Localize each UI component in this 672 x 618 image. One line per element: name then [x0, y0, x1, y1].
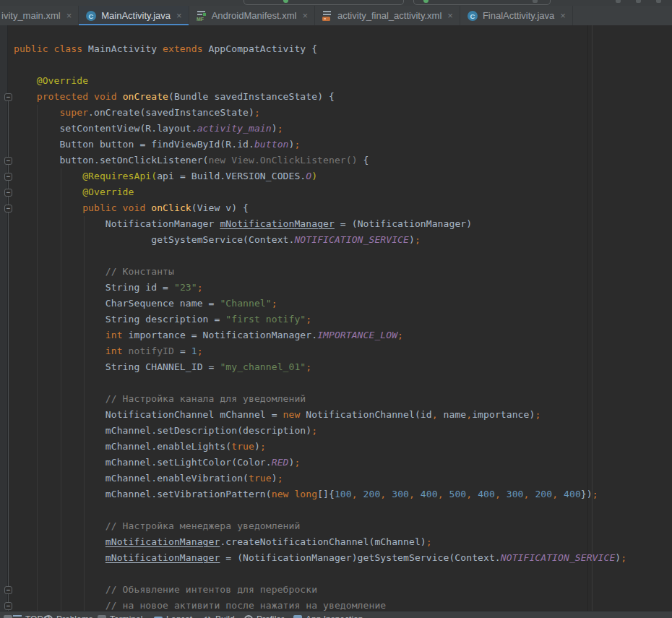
- code-line[interactable]: [14, 566, 626, 582]
- code-text[interactable]: public class MainActivity extends AppCom…: [14, 41, 626, 611]
- app-inspection-icon: [293, 615, 302, 618]
- tab-finalacttivity-java[interactable]: C FinalActtivity.java ×: [460, 6, 573, 25]
- build-hammer-icon: ⚒: [203, 615, 212, 618]
- fold-toggle-icon[interactable]: −: [4, 205, 12, 213]
- code-line[interactable]: mChannel.setVibrationPattern(new long[]{…: [14, 486, 626, 502]
- code-line[interactable]: super.onCreate(savedInstanceState);: [14, 105, 626, 121]
- tab-label: MainActivity.java: [101, 10, 171, 21]
- tab-label: AndroidManifest.xml: [212, 10, 297, 21]
- code-line[interactable]: // Константы: [14, 264, 626, 280]
- tool-window-bar: TODO Problems Terminal Logcat ⚒ Build Pr…: [0, 611, 672, 618]
- code-line[interactable]: [14, 375, 626, 391]
- close-icon[interactable]: ×: [176, 11, 182, 20]
- code-line[interactable]: // Настройка канала для уведомлений: [14, 391, 626, 407]
- java-class-icon: C: [467, 10, 478, 22]
- code-line[interactable]: [14, 502, 626, 518]
- layout-xml-file-icon: [322, 10, 333, 22]
- main-toolbar-strip: [0, 0, 672, 6]
- terminal-icon: [98, 615, 106, 618]
- code-line[interactable]: button.setOnClickListener(new View.OnCli…: [14, 153, 626, 168]
- tab-label: activity_final_acttivity.xml: [337, 10, 441, 21]
- tool-window-button-terminal[interactable]: Terminal: [98, 614, 142, 618]
- tab-activity-main-xml[interactable]: ivity_main.xml ×: [0, 6, 79, 25]
- fold-toggle-icon[interactable]: −: [4, 602, 12, 610]
- tool-window-button-app-inspection[interactable]: App Inspection: [293, 614, 363, 618]
- code-line[interactable]: CharSequence name = "Channel";: [14, 296, 626, 312]
- tool-window-button-logcat[interactable]: Logcat: [154, 614, 192, 618]
- close-icon[interactable]: ×: [302, 11, 308, 20]
- tool-window-button-profiler[interactable]: Profiler: [244, 614, 284, 618]
- code-line[interactable]: @RequiresApi(api = Build.VERSION_CODES.O…: [14, 168, 626, 184]
- tab-mainactivity-java[interactable]: C MainActivity.java ×: [79, 6, 189, 25]
- code-line[interactable]: mChannel.setLightColor(Color.RED);: [14, 455, 626, 471]
- code-line[interactable]: mChannel.setDescription(description);: [14, 423, 626, 439]
- code-line[interactable]: int importance = NotificationManager.IMP…: [14, 327, 626, 343]
- toolbar-icon[interactable]: [636, 0, 641, 3]
- editor-tab-bar: ivity_main.xml × C MainActivity.java × M…: [0, 6, 672, 26]
- fold-toggle-icon[interactable]: −: [4, 173, 12, 181]
- code-line[interactable]: Button button = findViewById(R.id.button…: [14, 137, 626, 153]
- problems-icon: [44, 615, 53, 618]
- code-line[interactable]: mChannel.enableLights(true);: [14, 439, 626, 455]
- code-line[interactable]: String id = "23";: [14, 280, 626, 296]
- java-class-icon: C: [85, 10, 97, 22]
- code-line[interactable]: setContentView(R.layout.activity_main);: [14, 121, 626, 137]
- tab-label: FinalActtivity.java: [483, 10, 554, 21]
- close-icon[interactable]: ×: [560, 11, 566, 20]
- tool-window-label: Logcat: [166, 614, 192, 618]
- tab-androidmanifest-xml[interactable]: MF AndroidManifest.xml ×: [189, 6, 315, 25]
- close-icon[interactable]: ×: [66, 11, 72, 20]
- code-line[interactable]: mNotificationManager = (NotificationMana…: [14, 550, 626, 566]
- fold-toggle-icon[interactable]: −: [4, 157, 12, 165]
- tool-window-label: Terminal: [110, 614, 142, 618]
- code-line[interactable]: @Override: [14, 184, 626, 200]
- todo-list-icon: [13, 615, 22, 618]
- device-selector-widget[interactable]: [413, 0, 551, 5]
- code-line[interactable]: // Обьявление интентов для переброски: [14, 582, 626, 598]
- fold-toggle-icon[interactable]: −: [4, 586, 12, 594]
- code-line[interactable]: int notifyID = 1;: [14, 343, 626, 359]
- profiler-gauge-icon: [244, 615, 253, 618]
- code-line[interactable]: NotificationManager mNotificationManager…: [14, 216, 626, 232]
- code-line[interactable]: String CHANNEL_ID = "my_channel_01";: [14, 359, 626, 375]
- close-icon[interactable]: ×: [447, 11, 453, 20]
- code-line[interactable]: [14, 57, 626, 73]
- tool-window-label: Build: [215, 614, 235, 618]
- toolbar-icon[interactable]: [656, 0, 661, 3]
- code-line[interactable]: public void onClick(View v) {: [14, 200, 626, 216]
- code-editor[interactable]: public class MainActivity extends AppCom…: [0, 25, 672, 611]
- svg-text:MF: MF: [197, 17, 204, 22]
- code-line[interactable]: @Override: [14, 73, 626, 89]
- code-line[interactable]: mNotificationManager.createNotificationC…: [14, 534, 626, 550]
- fold-toggle-icon[interactable]: −: [4, 189, 12, 197]
- tool-window-label: App Inspection: [306, 614, 363, 618]
- code-line[interactable]: mChannel.enableVibration(true);: [14, 471, 626, 486]
- ide-window: ivity_main.xml × C MainActivity.java × M…: [0, 0, 672, 618]
- svg-text:C: C: [89, 12, 94, 20]
- svg-text:C: C: [470, 12, 475, 20]
- tool-window-button-problems[interactable]: Problems: [44, 614, 93, 618]
- tool-window-button-build[interactable]: ⚒ Build: [203, 614, 235, 618]
- tool-window-label: Profiler: [257, 614, 284, 618]
- tab-activity-final-acttivity-xml[interactable]: activity_final_acttivity.xml ×: [315, 6, 460, 25]
- editor-gutter: [0, 25, 7, 611]
- code-line[interactable]: // Настройка менеджера уведомлений: [14, 518, 626, 534]
- code-line[interactable]: NotificationChannel mChannel = new Notif…: [14, 407, 626, 423]
- tool-window-label: Problems: [56, 614, 93, 618]
- run-configuration-widget[interactable]: [244, 0, 404, 5]
- chevron-down-icon[interactable]: [533, 0, 538, 3]
- tab-label: ivity_main.xml: [1, 10, 61, 21]
- code-line[interactable]: String description = "first notify";: [14, 312, 626, 327]
- code-line[interactable]: getSystemService(Context.NOTIFICATION_SE…: [14, 232, 626, 248]
- code-line[interactable]: [14, 248, 626, 264]
- code-line[interactable]: protected void onCreate(Bundle savedInst…: [14, 89, 626, 105]
- code-line[interactable]: // на новое активити после нажатия на ув…: [14, 598, 626, 611]
- toolbar-icon[interactable]: [616, 0, 621, 3]
- code-line[interactable]: public class MainActivity extends AppCom…: [14, 41, 626, 57]
- manifest-file-icon: MF: [196, 10, 207, 22]
- window-layout-icon[interactable]: [4, 615, 12, 618]
- fold-toggle-icon[interactable]: −: [4, 93, 12, 101]
